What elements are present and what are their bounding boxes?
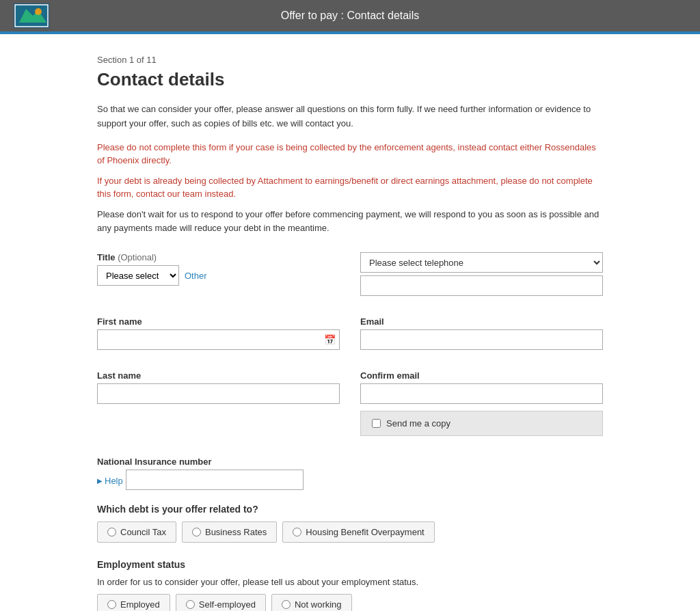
send-copy-checkbox[interactable] (372, 419, 381, 428)
telephone-col: Please select telephone Home Mobile Work (360, 252, 603, 306)
send-copy-label[interactable]: Send me a copy (360, 411, 603, 436)
warning-text-1: Please do not complete this form if your… (97, 141, 603, 167)
employment-label-self-employed: Self-employed (199, 599, 256, 610)
telephone-select[interactable]: Please select telephone Home Mobile Work (360, 252, 603, 273)
employment-option-not-working[interactable]: Not working (271, 594, 352, 611)
firstname-label: First name (97, 316, 340, 327)
confirm-email-col: Confirm email Send me a copy (360, 370, 603, 446)
ni-label: National Insurance number (97, 457, 603, 467)
debt-radio-business-rates[interactable] (192, 528, 201, 537)
debt-radio-group: Council Tax Business Rates Housing Benef… (97, 521, 603, 543)
debt-label-council-tax: Council Tax (120, 527, 166, 537)
ni-input[interactable] (126, 470, 304, 490)
telephone-group: Please select telephone Home Mobile Work (360, 252, 603, 296)
debt-label-housing-benefit: Housing Benefit Overpayment (306, 527, 424, 537)
header-title: Offer to pay : Contact details (281, 10, 419, 22)
lastname-label: Last name (97, 370, 340, 381)
employment-label-employed: Employed (120, 599, 160, 610)
help-arrow-icon: ▶ (97, 477, 103, 485)
employment-label-not-working: Not working (295, 599, 342, 610)
firstname-col: First name 📅 (97, 316, 340, 359)
employment-radio-not-working[interactable] (282, 600, 291, 609)
email-group: Email (360, 316, 603, 350)
employment-label: Employment status (97, 559, 603, 570)
main-container: Section 1 of 11 Contact details So that … (83, 34, 617, 611)
confirm-email-input[interactable] (360, 383, 603, 404)
firstname-input-wrapper: 📅 (97, 329, 340, 350)
telephone-input[interactable] (360, 275, 603, 296)
title-label: Title (Optional) (97, 252, 340, 262)
firstname-input[interactable] (97, 329, 340, 350)
intro-text-1: So that we can consider your offer, plea… (97, 103, 603, 131)
lastname-input[interactable] (97, 383, 340, 404)
send-copy-text: Send me a copy (386, 418, 450, 429)
employment-option-self-employed[interactable]: Self-employed (176, 594, 266, 611)
title-row: Please select Mr Mrs Miss Ms Dr Other (97, 265, 340, 286)
title-group: Title (Optional) Please select Mr Mrs Mi… (97, 252, 340, 286)
employment-radio-self-employed[interactable] (186, 600, 195, 609)
employment-option-employed[interactable]: Employed (97, 594, 170, 611)
title-optional: (Optional) (118, 252, 157, 262)
debt-label-business-rates: Business Rates (205, 527, 267, 537)
title-telephone-row: Title (Optional) Please select Mr Mrs Mi… (97, 252, 603, 306)
lastname-col: Last name (97, 370, 340, 413)
debt-option-business-rates[interactable]: Business Rates (182, 521, 277, 543)
logo-svg (14, 3, 49, 28)
email-col: Email (360, 316, 603, 359)
employment-desc: In order for us to consider your offer, … (97, 577, 603, 587)
employment-radio-group: Employed Self-employed Not working (97, 594, 603, 611)
firstname-email-row: First name 📅 Email (97, 316, 603, 359)
page-title: Contact details (97, 69, 603, 90)
help-text: Help (105, 476, 123, 486)
email-label: Email (360, 316, 603, 327)
employment-radio-employed[interactable] (107, 600, 116, 609)
confirm-email-group: Confirm email Send me a copy (360, 370, 603, 436)
firstname-group: First name 📅 (97, 316, 340, 350)
svg-point-3 (35, 8, 42, 15)
ni-section: National Insurance number ▶ Help (97, 457, 603, 490)
debt-option-housing-benefit[interactable]: Housing Benefit Overpayment (282, 521, 434, 543)
debt-question: Which debt is your offer related to? (97, 504, 603, 515)
warning-text-2: If your debt is already being collected … (97, 174, 603, 201)
wait-text: Please don't wait for us to respond to y… (97, 208, 603, 236)
logo-box (14, 3, 49, 28)
help-link[interactable]: ▶ Help (97, 476, 123, 486)
email-input[interactable] (360, 329, 603, 350)
other-link[interactable]: Other (185, 271, 207, 281)
confirm-email-label: Confirm email (360, 370, 603, 381)
employment-section: Employment status In order for us to con… (97, 559, 603, 611)
section-label: Section 1 of 11 (97, 55, 603, 65)
logo (14, 3, 49, 28)
lastname-group: Last name (97, 370, 340, 404)
send-copy-wrapper: Send me a copy (360, 411, 603, 436)
title-select[interactable]: Please select Mr Mrs Miss Ms Dr (97, 265, 179, 286)
lastname-confirmemail-row: Last name Confirm email Send me a copy (97, 370, 603, 446)
debt-radio-housing-benefit[interactable] (293, 528, 301, 537)
debt-radio-council-tax[interactable] (107, 528, 116, 537)
title-col: Title (Optional) Please select Mr Mrs Mi… (97, 252, 340, 295)
calendar-icon: 📅 (324, 334, 336, 345)
debt-section: Which debt is your offer related to? Cou… (97, 504, 603, 543)
header: Offer to pay : Contact details (0, 0, 700, 31)
debt-option-council-tax[interactable]: Council Tax (97, 521, 176, 543)
